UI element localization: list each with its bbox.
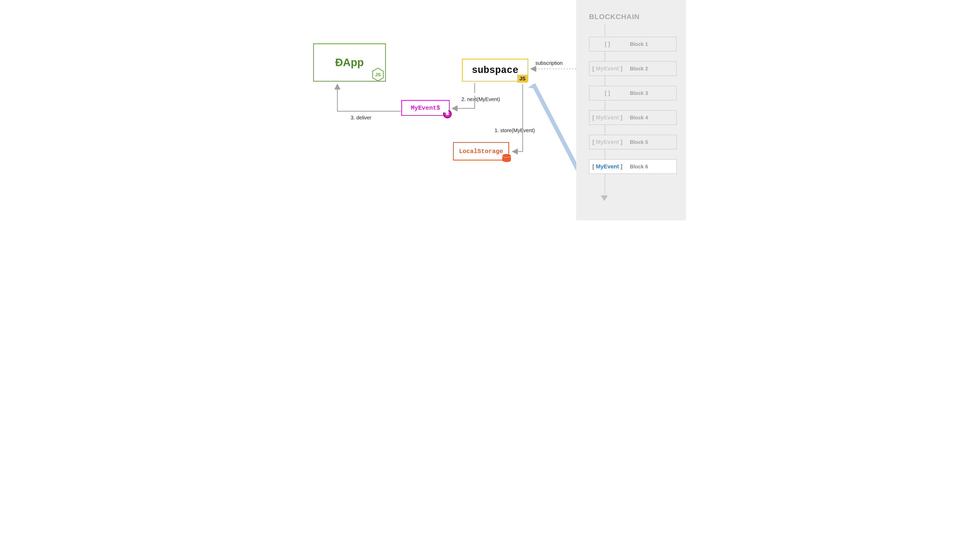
block-event-slot: [ MyEvent ] [590,114,625,121]
block-row: [ ] Block 3 [589,86,677,100]
block-event-slot: [ MyEvent ] [590,163,625,170]
database-icon [501,153,512,164]
block-row-active: [ MyEvent ] Block 6 [589,159,677,174]
block-connector [605,76,605,86]
block-connector [605,100,605,110]
diagram-stage: ÐApp JS subspace JS MyEvent$ LocalStorag… [294,0,686,221]
block-row: [ MyEvent ] Block 4 [589,110,677,125]
subspace-label: subspace [472,65,518,76]
block-row: [ MyEvent ] Block 2 [589,61,677,76]
arrow-step2 [453,83,475,108]
svg-text:JS: JS [375,72,381,77]
block-name: Block 6 [630,164,648,170]
svg-line-8 [533,84,580,173]
step1-label: 1. store(MyEvent) [495,127,535,133]
svg-marker-9 [528,83,539,90]
block-row: [ MyEvent ] Block 5 [589,135,677,149]
block-name: Block 3 [630,90,648,96]
arrow-block6-to-subspace [528,83,580,173]
nodejs-icon: JS [372,68,384,81]
block-event-slot: [ MyEvent ] [590,65,625,72]
block-name: Block 5 [630,139,648,145]
svg-point-3 [445,112,449,116]
rxjs-icon [442,109,452,119]
step3-label: 3. deliver [351,115,371,121]
block-connector [605,173,605,197]
block-name: Block 1 [630,41,648,47]
subspace-js-badge-text: JS [519,76,525,81]
blockchain-panel: BLOCKCHAIN [ ] Block 1 [ MyEvent ] Block… [576,0,686,221]
block-event-slot: [ ] [590,41,625,48]
observable-node: MyEvent$ [401,100,450,116]
dapp-node: ÐApp JS [313,43,386,82]
block-connector [605,51,605,61]
localstorage-node: LocalStorage [453,142,509,160]
step2-label: 2. next(MyEvent) [461,97,500,102]
svg-point-6 [502,159,511,162]
chain-arrowhead-icon [601,195,608,201]
observable-label: MyEvent$ [410,105,440,111]
block-name: Block 2 [630,66,648,72]
svg-marker-10 [601,195,608,201]
block-event-slot: [ MyEvent ] [590,139,625,145]
dapp-label: ÐApp [335,56,364,68]
block-connector [605,149,605,159]
blockchain-title: BLOCKCHAIN [589,13,640,21]
localstorage-label: LocalStorage [459,148,503,155]
block-name: Block 4 [630,115,648,121]
block-connector [605,124,605,135]
subspace-js-badge: JS [517,75,528,83]
subscription-label: subscription [535,60,563,66]
arrow-step3 [337,85,401,111]
block-row: [ ] Block 1 [589,37,677,52]
block-event-slot: [ ] [590,90,625,97]
block-connector [605,24,605,36]
arrow-step1 [513,84,523,151]
